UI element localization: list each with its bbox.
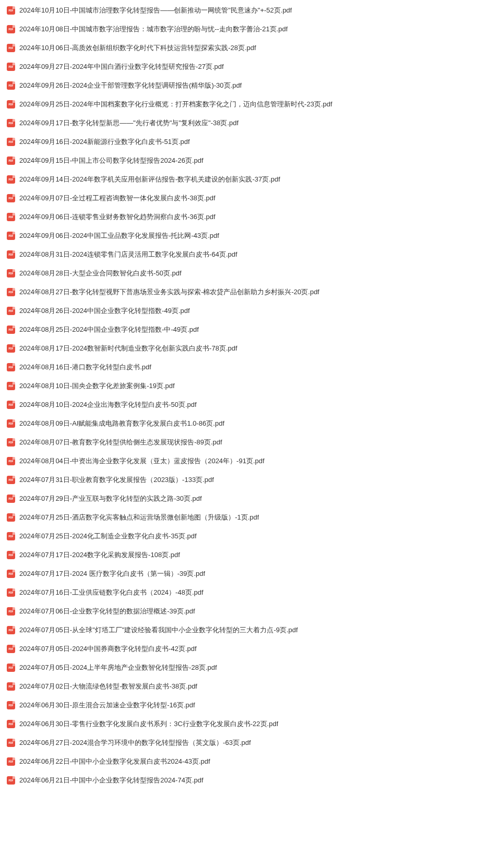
file-row[interactable]: PDF2024年07月31日-职业教育数字化发展报告（2023版）-133页.p… <box>0 471 501 489</box>
file-name: 2024年07月25日-酒店数字化宾客触点和运营场景微创新地图（升级版）-1页.… <box>19 513 259 522</box>
pdf-icon: PDF <box>7 156 15 165</box>
pdf-icon-label: PDF <box>9 66 14 68</box>
file-row[interactable]: PDF2024年08月31日-2024连锁零售门店灵活用工数字化发展白皮书-64… <box>0 245 501 264</box>
file-name: 2024年06月22日-中国中小企业数字化发展白皮书2024-43页.pdf <box>19 757 210 766</box>
file-name: 2024年08月31日-2024连锁零售门店灵活用工数字化发展白皮书-64页.p… <box>19 250 237 259</box>
file-row[interactable]: PDF2024年07月06日-企业数字化转型的数据治理概述-39页.pdf <box>0 602 501 621</box>
pdf-icon-label: PDF <box>9 160 14 162</box>
pdf-icon: PDF <box>7 495 15 503</box>
file-row[interactable]: PDF2024年09月14日-2024年数字机关应用创新评估报告-数字机关建设的… <box>0 170 501 189</box>
file-name: 2024年07月31日-职业教育数字化发展报告（2023版）-133页.pdf <box>19 475 214 485</box>
pdf-icon-label: PDF <box>9 723 14 726</box>
file-row[interactable]: PDF2024年06月22日-中国中小企业数字化发展白皮书2024-43页.pd… <box>0 752 501 771</box>
file-row[interactable]: PDF2024年09月06日-连锁零售业财务数智化趋势洞察白皮书-36页.pdf <box>0 208 501 226</box>
file-row[interactable]: PDF2024年09月26日-2024企业干部管理数字化转型调研报告(精华版)-… <box>0 76 501 95</box>
pdf-icon-label: PDF <box>9 742 14 744</box>
file-row[interactable]: PDF2024年06月30日-原生混合云加速企业数字化转型-16页.pdf <box>0 696 501 715</box>
pdf-icon: PDF <box>7 382 15 390</box>
pdf-icon: PDF <box>7 250 15 259</box>
file-name: 2024年10月08日-中国城市数字治理报告：城市数字治理的盼与忧--走向数字善… <box>19 25 288 34</box>
file-name: 2024年09月17日-数字化转型新思——"先行者优势"与"复利效应"-38页.… <box>19 118 238 128</box>
pdf-icon-label: PDF <box>9 610 14 613</box>
pdf-icon: PDF <box>7 63 15 71</box>
pdf-icon-label: PDF <box>9 141 14 143</box>
file-row[interactable]: PDF2024年08月27日-数字化转型视野下普惠场景业务实践与探索-棉农贷产品… <box>0 283 501 302</box>
file-name: 2024年09月27日-2024年中国白酒行业数字化转型研究报告-27页.pdf <box>19 62 224 71</box>
file-row[interactable]: PDF2024年08月17日-2024数智新时代制造业数字化创新实践白皮书-78… <box>0 339 501 358</box>
file-row[interactable]: PDF2024年07月17日-2024数字化采购发展报告-108页.pdf <box>0 546 501 564</box>
file-row[interactable]: PDF2024年07月16日-工业供应链数字化白皮书（2024）-48页.pdf <box>0 583 501 602</box>
pdf-icon-label: PDF <box>9 366 14 369</box>
file-row[interactable]: PDF2024年06月27日-2024混合学习环境中的数字化转型报告（英文版）-… <box>0 733 501 752</box>
file-name: 2024年06月21日-中国中小企业数字化转型报告2024-74页.pdf <box>19 776 204 785</box>
file-row[interactable]: PDF2024年08月16日-港口数字化转型白皮书.pdf <box>0 358 501 377</box>
pdf-icon-label: PDF <box>9 441 14 444</box>
file-name: 2024年07月29日-产业互联与数字化转型的实践之路-30页.pdf <box>19 494 202 503</box>
file-row[interactable]: PDF2024年08月09日-AI赋能集成电路教育数字化发展白皮书1.0-86页… <box>0 414 501 433</box>
pdf-icon: PDF <box>7 739 15 747</box>
pdf-icon: PDF <box>7 344 15 353</box>
pdf-icon-label: PDF <box>9 197 14 200</box>
pdf-icon-label: PDF <box>9 761 14 763</box>
file-row[interactable]: PDF2024年09月15日-中国上市公司数字化转型报告2024-26页.pdf <box>0 151 501 170</box>
pdf-icon-label: PDF <box>9 178 14 181</box>
file-row[interactable]: PDF2024年07月29日-产业互联与数字化转型的实践之路-30页.pdf <box>0 489 501 508</box>
file-name: 2024年08月07日-教育数字化转型供给侧生态发展现状报告-89页.pdf <box>19 438 222 447</box>
file-row[interactable]: PDF2024年07月05日-从全球"灯塔工厂"建设经验看我国中小企业数字化转型… <box>0 621 501 640</box>
file-row[interactable]: PDF2024年09月27日-2024年中国白酒行业数字化转型研究报告-27页.… <box>0 57 501 76</box>
pdf-icon-label: PDF <box>9 460 14 463</box>
pdf-icon-label: PDF <box>9 592 14 594</box>
file-name: 2024年07月05日-2024上半年房地产企业数智化转型报告-28页.pdf <box>19 663 217 672</box>
file-row[interactable]: PDF2024年07月25日-2024化工制造企业数字化白皮书-35页.pdf <box>0 527 501 546</box>
file-row[interactable]: PDF2024年06月30日-零售行业数字化发展白皮书系列：3C行业数字化发展白… <box>0 715 501 733</box>
pdf-icon-label: PDF <box>9 85 14 87</box>
pdf-icon: PDF <box>7 175 15 184</box>
file-row[interactable]: PDF2024年08月26日-2024中国企业数字化转型指数-49页.pdf <box>0 302 501 320</box>
file-row[interactable]: PDF2024年08月28日-大型企业合同数智化白皮书-50页.pdf <box>0 264 501 283</box>
file-row[interactable]: PDF2024年07月05日-2024上半年房地产企业数智化转型报告-28页.p… <box>0 658 501 677</box>
pdf-icon-label: PDF <box>9 479 14 481</box>
pdf-icon: PDF <box>7 81 15 90</box>
file-row[interactable]: PDF2024年08月25日-2024中国企业数字化转型指数-中-49页.pdf <box>0 320 501 339</box>
file-row[interactable]: PDF2024年06月21日-中国中小企业数字化转型报告2024-74页.pdf <box>0 771 501 790</box>
file-name: 2024年07月25日-2024化工制造企业数字化白皮书-35页.pdf <box>19 532 197 541</box>
file-row[interactable]: PDF2024年09月06日-2024中国工业品数字化发展报告-托比网-43页.… <box>0 226 501 245</box>
file-row[interactable]: PDF2024年10月10日-中国城市治理数字化转型报告——创新推动一网统管"民… <box>0 1 501 20</box>
file-name: 2024年08月16日-港口数字化转型白皮书.pdf <box>19 363 151 372</box>
pdf-icon-label: PDF <box>9 103 14 106</box>
file-row[interactable]: PDF2024年07月05日-2024中国券商数字化转型白皮书-42页.pdf <box>0 640 501 658</box>
file-row[interactable]: PDF2024年07月02日-大物流绿色转型-数智发展白皮书-38页.pdf <box>0 677 501 696</box>
file-row[interactable]: PDF2024年10月06日-高质效创新组织数字化时代下科技运营转型探索实践-2… <box>0 39 501 57</box>
file-row[interactable]: PDF2024年07月25日-酒店数字化宾客触点和运营场景微创新地图（升级版）-… <box>0 508 501 527</box>
pdf-icon-label: PDF <box>9 404 14 406</box>
file-row[interactable]: PDF2024年08月04日-中资出海企业数字化发展（亚太）蓝皮报告（2024年… <box>0 452 501 471</box>
file-name: 2024年08月27日-数字化转型视野下普惠场景业务实践与探索-棉农贷产品创新助… <box>19 287 319 297</box>
pdf-icon: PDF <box>7 213 15 221</box>
pdf-icon-label: PDF <box>9 554 14 557</box>
file-row[interactable]: PDF2024年09月07日-全过程工程咨询数智一体化发展白皮书-38页.pdf <box>0 189 501 208</box>
file-row[interactable]: PDF2024年08月10日-2024企业出海数字化转型白皮书-50页.pdf <box>0 395 501 414</box>
file-name: 2024年07月02日-大物流绿色转型-数智发展白皮书-38页.pdf <box>19 682 197 691</box>
file-row[interactable]: PDF2024年07月17日-2024 医疗数字化白皮书（第一辑）-39页.pd… <box>0 564 501 583</box>
pdf-icon: PDF <box>7 138 15 146</box>
file-row[interactable]: PDF2024年09月16日-2024新能源行业数字化白皮书-51页.pdf <box>0 132 501 151</box>
pdf-icon-label: PDF <box>9 423 14 425</box>
pdf-icon: PDF <box>7 532 15 540</box>
pdf-icon-label: PDF <box>9 779 14 782</box>
pdf-icon: PDF <box>7 438 15 447</box>
pdf-icon: PDF <box>7 269 15 278</box>
pdf-icon-label: PDF <box>9 498 14 500</box>
pdf-icon: PDF <box>7 44 15 52</box>
file-row[interactable]: PDF2024年09月25日-2024年中国档案数字化行业概览：打开档案数字化之… <box>0 95 501 114</box>
pdf-icon-label: PDF <box>9 329 14 331</box>
file-name: 2024年07月17日-2024 医疗数字化白皮书（第一辑）-39页.pdf <box>19 569 205 578</box>
file-row[interactable]: PDF2024年10月08日-中国城市数字治理报告：城市数字治理的盼与忧--走向… <box>0 20 501 39</box>
pdf-icon: PDF <box>7 288 15 296</box>
pdf-icon-label: PDF <box>9 28 14 31</box>
file-row[interactable]: PDF2024年08月10日-国央企数字化差旅案例集-19页.pdf <box>0 377 501 395</box>
file-name: 2024年08月09日-AI赋能集成电路教育数字化发展白皮书1.0-86页.pd… <box>19 419 224 428</box>
file-row[interactable]: PDF2024年08月07日-教育数字化转型供给侧生态发展现状报告-89页.pd… <box>0 433 501 452</box>
file-row[interactable]: PDF2024年09月17日-数字化转型新思——"先行者优势"与"复利效应"-3… <box>0 114 501 132</box>
pdf-icon: PDF <box>7 419 15 428</box>
file-name: 2024年07月05日-2024中国券商数字化转型白皮书-42页.pdf <box>19 644 197 654</box>
